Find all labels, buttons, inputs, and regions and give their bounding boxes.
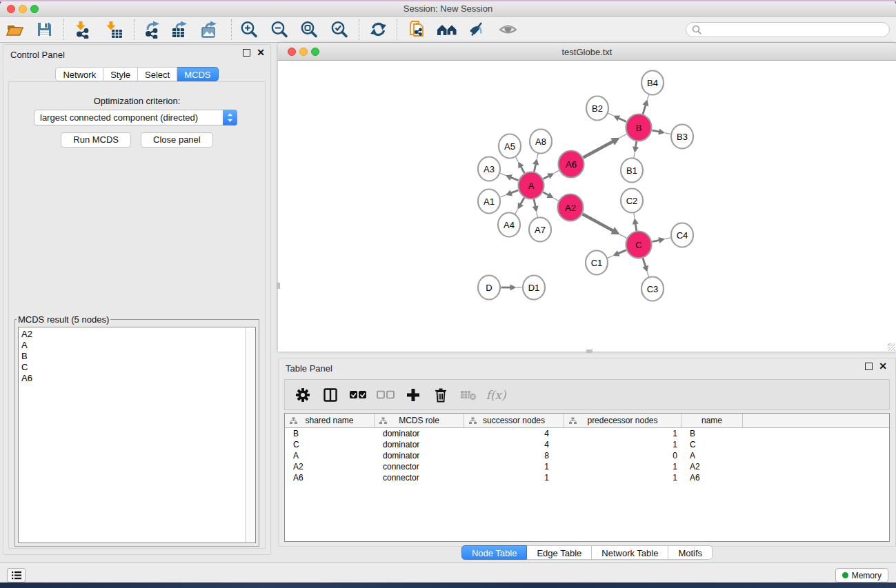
show-columns-icon[interactable] [317,385,344,405]
graph-edge[interactable] [534,164,536,172]
graph-edge[interactable] [534,199,535,207]
graph-node-A7[interactable]: A7 [529,218,551,242]
table-tab-motifs[interactable]: Motifs [668,545,713,560]
run-mcds-button[interactable]: Run MCDS [61,132,131,148]
close-panel-icon[interactable]: ✕ [257,49,265,57]
graph-edge[interactable] [543,192,548,196]
delete-column-icon[interactable] [427,385,455,405]
graph-node-C[interactable]: C [626,232,652,258]
column-header[interactable]: successor nodes [464,414,564,427]
graph-edge[interactable] [643,105,646,114]
table-row[interactable]: Adominator80A [285,450,889,461]
resize-grip-icon[interactable] [888,343,895,351]
graph-node-A2[interactable]: A2 [558,194,584,221]
table-row[interactable]: Bdominator41B [285,428,889,439]
delete-table-icon[interactable] [455,385,482,405]
zoom-fit-icon[interactable] [299,19,319,40]
open-file-icon[interactable] [5,19,26,40]
graph-node-A5[interactable]: A5 [499,134,521,159]
graph-edge[interactable] [635,223,637,231]
table-tab-edge-table[interactable]: Edge Table [527,545,592,560]
add-column-icon[interactable] [399,385,427,405]
graph-node-B2[interactable]: B2 [586,97,608,121]
status-menu-button[interactable] [7,568,26,582]
graph-node-A4[interactable]: A4 [498,213,520,237]
column-header[interactable]: shared name [285,414,375,427]
graph-edge[interactable] [635,141,636,148]
graph-node-B4[interactable]: B4 [641,71,664,95]
graph-node-D1[interactable]: D1 [523,276,545,300]
close-panel-button[interactable]: Close panel [141,132,213,148]
import-network-icon[interactable] [72,19,93,40]
graph-edge[interactable] [653,130,660,132]
tab-select[interactable]: Select [138,67,177,81]
graph-node-A3[interactable]: A3 [478,157,500,181]
column-header[interactable]: name [681,414,743,427]
graph-node-C1[interactable]: C1 [586,251,608,275]
table-settings-icon[interactable] [289,385,317,405]
column-header[interactable]: MCDS role [375,414,464,427]
table-cell: 4 [464,429,564,438]
graph-edge[interactable] [544,176,550,179]
graph-node-B3[interactable]: B3 [671,125,693,149]
select-all-icon[interactable] [344,385,372,405]
graph-edge[interactable] [618,118,626,121]
graph-node-B[interactable]: B [626,114,652,141]
result-item[interactable]: B [21,351,252,362]
graph-node-A1[interactable]: A1 [478,190,500,214]
graph-node-B1[interactable]: B1 [621,159,643,183]
import-table-icon[interactable] [104,19,125,40]
result-item[interactable]: C [21,362,252,373]
graph-edge[interactable] [510,190,518,193]
table-close-icon[interactable]: ✕ [879,363,887,370]
network-canvas[interactable]: B4B2BB3A5A8A6B1A3AA1C2A2A4A7C4CC1C3DD1 [278,61,896,352]
graph-edge[interactable] [583,214,614,231]
graph-node-C4[interactable]: C4 [671,223,693,247]
graph-edge[interactable] [520,197,524,204]
result-item[interactable]: A6 [21,373,252,384]
graph-edge[interactable] [521,166,524,173]
unselect-all-icon[interactable] [372,385,399,405]
graph-node-A8[interactable]: A8 [530,130,552,154]
result-item[interactable]: A [21,340,252,351]
save-session-icon[interactable] [34,19,54,40]
tab-style[interactable]: Style [103,67,138,81]
column-header[interactable]: predecessor nodes [564,414,681,427]
export-image-icon[interactable] [200,19,221,40]
graph-node-C2[interactable]: C2 [621,189,643,213]
zoom-selected-icon[interactable] [329,19,350,40]
table-tab-network-table[interactable]: Network Table [592,545,668,560]
tab-network[interactable]: Network [55,67,103,81]
float-panel-icon[interactable] [243,49,250,57]
export-table-icon[interactable] [170,19,191,40]
graph-edge[interactable] [643,258,646,267]
memory-button[interactable]: Memory [835,568,888,582]
graph-node-D[interactable]: D [478,276,500,300]
zoom-out-icon[interactable] [269,19,290,40]
show-hide-graphics-icon[interactable] [466,19,486,40]
result-scrollbar[interactable] [245,327,255,543]
export-network-icon[interactable] [143,19,163,40]
tab-mcds[interactable]: MCDS [177,67,218,81]
mcds-result-list[interactable]: A2ABCA6 [18,327,256,543]
graph-node-A[interactable]: A [519,172,544,199]
zoom-in-icon[interactable] [239,19,259,40]
table-float-icon[interactable] [865,363,873,370]
toggle-view-icon[interactable] [497,19,518,40]
refresh-icon[interactable] [368,19,388,40]
search-input[interactable] [686,22,890,37]
table-row[interactable]: A6connector11A6 [285,472,889,483]
new-network-from-selection-icon[interactable] [406,19,427,40]
table-row[interactable]: A2connector11A2 [285,461,889,472]
criterion-dropdown[interactable]: largest connected component (directed) [34,110,237,125]
graph-edge[interactable] [653,240,660,241]
graph-node-A6[interactable]: A6 [559,151,584,178]
first-neighbors-icon[interactable] [437,19,457,40]
graph-node-C3[interactable]: C3 [641,277,664,301]
result-item[interactable]: A2 [21,329,252,340]
graph-edge[interactable] [510,177,518,180]
graph-edge[interactable] [618,250,626,254]
graph-edge[interactable] [584,141,613,158]
table-row[interactable]: Cdominator41C [285,439,889,450]
table-tab-node-table[interactable]: Node Table [461,545,528,560]
